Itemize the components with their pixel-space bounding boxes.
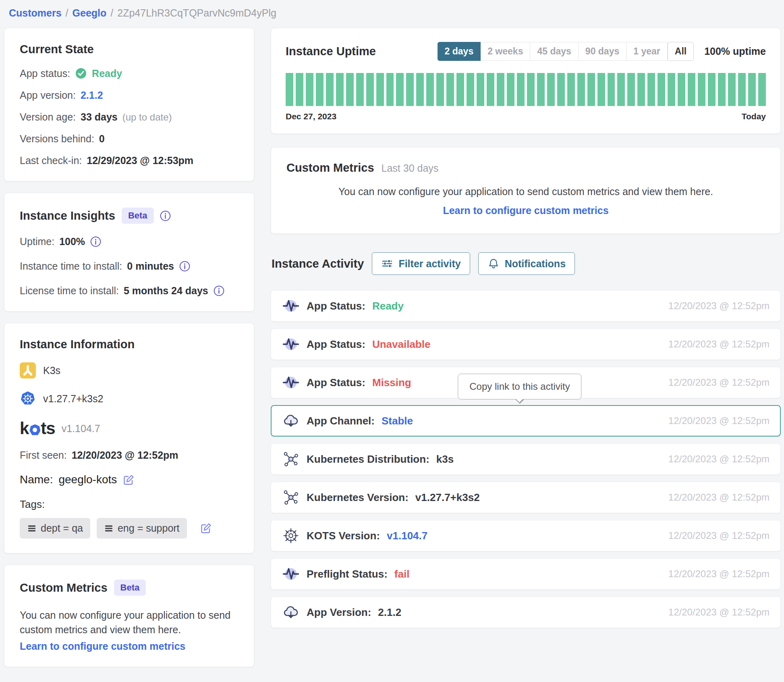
activity-row-app-status-unavailable[interactable]: App Status: Unavailable 12/20/2023 @ 12:… <box>271 329 781 360</box>
activity-label: App Status: <box>307 300 365 312</box>
uptime-bar <box>456 73 464 106</box>
kubernetes-nodes-icon <box>282 450 300 468</box>
kots-logo-k: k <box>20 419 29 438</box>
activity-row-preflight-status[interactable]: Preflight Status: fail 12/20/2023 @ 12:5… <box>271 558 781 590</box>
range-button-90-days[interactable]: 90 days <box>579 42 626 61</box>
configure-custom-metrics-link[interactable]: Learn to configure custom metrics <box>286 205 765 216</box>
distribution-value: K3s <box>43 365 60 376</box>
uptime-bar <box>316 73 324 106</box>
custom-metrics-left-body: You can now configure your application t… <box>20 608 239 637</box>
custom-metrics-left-title: Custom Metrics <box>20 581 108 595</box>
uptime-bar <box>547 73 555 106</box>
first-seen-row: First seen: 12/20/2023 @ 12:52pm <box>20 449 239 461</box>
app-version-row: App version: 2.1.2 <box>20 89 239 101</box>
info-icon[interactable] <box>213 285 225 297</box>
filter-activity-button[interactable]: Filter activity <box>372 252 470 275</box>
app-version-link[interactable]: 2.1.2 <box>81 89 103 101</box>
uptime-bar <box>286 73 293 106</box>
edit-tags-icon[interactable] <box>200 522 212 534</box>
k8s-version-value: v1.27.7+k3s2 <box>43 393 103 405</box>
app-status-row: App status: Ready <box>20 67 239 79</box>
activity-timestamp: 12/20/2023 @ 12:52pm <box>668 568 769 580</box>
instance-information-title: Instance Information <box>20 338 239 351</box>
kots-version-row: ktsv1.104.7 <box>20 419 239 438</box>
uptime-bar <box>617 73 625 106</box>
info-icon[interactable] <box>179 260 191 272</box>
activity-row-kots-version[interactable]: KOTS Version: v1.104.7 12/20/2023 @ 12:5… <box>271 520 781 551</box>
instance-name-value: geeglo-kots <box>58 473 117 486</box>
activity-label: App Status: <box>307 376 365 389</box>
cloud-download-icon <box>282 603 300 621</box>
range-button-1-year[interactable]: 1 year <box>626 42 668 61</box>
activity-row-app-channel[interactable]: App Channel: Stable 12/20/2023 @ 12:52pm <box>271 405 781 437</box>
activity-row-app-status-ready[interactable]: App Status: Ready 12/20/2023 @ 12:52pm <box>271 290 781 322</box>
k3s-icon <box>20 362 36 378</box>
uptime-bar <box>698 73 705 106</box>
uptime-bar <box>668 73 675 106</box>
breadcrumb-separator: / <box>66 7 68 19</box>
uptime-range-group: 2 days 2 weeks 45 days 90 days 1 year Al… <box>438 42 694 61</box>
uptime-label: Uptime: <box>20 236 54 247</box>
info-icon[interactable] <box>160 210 171 222</box>
pulse-icon <box>282 565 300 583</box>
uptime-bar <box>396 73 404 106</box>
uptime-bar <box>487 73 494 106</box>
activity-row-wrap: Kubernetes Version: v1.27.7+k3s2 12/20/2… <box>271 482 781 513</box>
activity-value: k3s <box>436 453 454 466</box>
range-button-2-weeks[interactable]: 2 weeks <box>481 42 530 61</box>
current-state-card: Current State App status: Ready App vers… <box>4 28 254 181</box>
notifications-button[interactable]: Notifications <box>478 252 575 275</box>
versions-behind-value: 0 <box>99 133 105 145</box>
activity-value-link[interactable]: Stable <box>382 415 413 427</box>
license-time-to-install-value: 5 months 24 days <box>124 285 208 297</box>
custom-metrics-left-header: Custom Metrics Beta <box>20 580 239 596</box>
instance-time-to-install-label: Instance time to install: <box>20 260 122 272</box>
uptime-bar <box>336 73 344 106</box>
activity-timestamp: 12/20/2023 @ 12:52pm <box>668 377 769 388</box>
last-checkin-value: 12/29/2023 @ 12:53pm <box>87 155 193 166</box>
info-icon[interactable] <box>90 236 102 247</box>
uptime-bar <box>557 73 565 106</box>
activity-row-app-version[interactable]: App Version: 2.1.2 12/20/2023 @ 12:52pm <box>271 597 781 628</box>
version-age-value: 33 days <box>81 111 118 123</box>
range-button-45-days[interactable]: 45 days <box>530 42 578 61</box>
range-button-2-days[interactable]: 2 days <box>438 42 481 61</box>
uptime-bar <box>426 73 434 106</box>
copy-link-tooltip: Copy link to this activity <box>458 374 581 399</box>
uptime-bar <box>708 73 716 106</box>
uptime-bar <box>577 73 585 106</box>
activity-row-k8s-distribution[interactable]: Kubernetes Distribution: k3s 12/20/2023 … <box>271 443 781 475</box>
uptime-bar <box>306 73 313 106</box>
cloud-download-icon <box>282 412 300 430</box>
uptime-bar <box>637 73 645 106</box>
tags-label: Tags: <box>20 498 239 511</box>
kubernetes-icon <box>20 391 36 407</box>
breadcrumb-app-link[interactable]: Geeglo <box>73 7 107 19</box>
activity-value: Missing <box>372 376 411 389</box>
instance-time-to-install-row: Instance time to install: 0 minutes <box>20 260 239 272</box>
uptime-bar <box>497 73 504 106</box>
instance-name-row: Name:geeglo-kots <box>20 473 239 486</box>
uptime-bar <box>376 73 384 106</box>
range-button-all[interactable]: All <box>668 42 694 61</box>
uptime-bar <box>527 73 535 106</box>
uptime-end-label: Today <box>742 112 766 121</box>
uptime-start-label: Dec 27, 2023 <box>286 112 336 121</box>
activity-row-wrap: App Status: Ready 12/20/2023 @ 12:52pm <box>271 290 781 322</box>
tags-row: dept = qa eng = support <box>20 518 239 539</box>
edit-name-icon[interactable] <box>122 474 135 486</box>
uptime-bar <box>738 73 746 106</box>
activity-timestamp: 12/20/2023 @ 12:52pm <box>668 300 769 312</box>
activity-value-link[interactable]: v1.104.7 <box>387 530 427 542</box>
beta-badge: Beta <box>114 580 146 596</box>
bell-icon <box>487 258 500 270</box>
custom-metrics-right-header: Custom Metrics Last 30 days <box>286 161 765 175</box>
activity-row-k8s-version[interactable]: Kubernetes Version: v1.27.7+k3s2 12/20/2… <box>271 482 781 513</box>
breadcrumb-customers-link[interactable]: Customers <box>9 7 62 19</box>
uptime-bar <box>567 73 575 106</box>
uptime-bar <box>477 73 484 106</box>
tag-text: eng = support <box>118 522 180 534</box>
activity-timestamp: 12/20/2023 @ 12:52pm <box>668 415 769 426</box>
configure-custom-metrics-link[interactable]: Learn to configure custom metrics <box>20 640 185 652</box>
kots-logo-ts: ts <box>41 419 55 438</box>
